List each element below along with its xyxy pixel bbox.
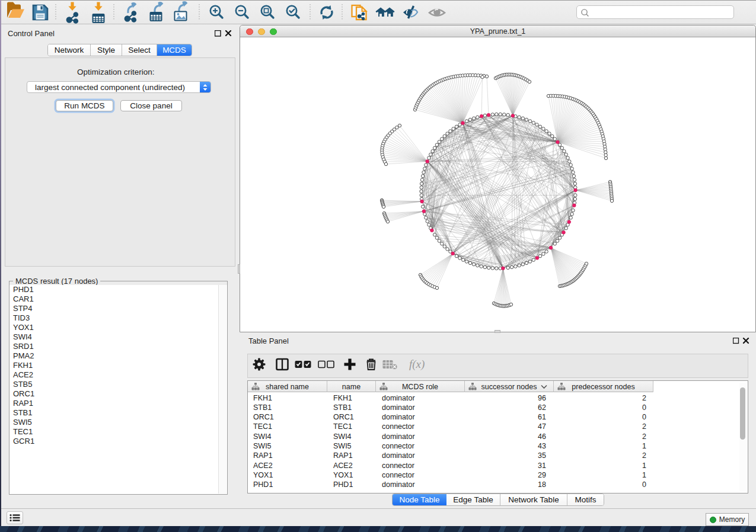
svg-text:f(x): f(x)	[409, 358, 425, 371]
